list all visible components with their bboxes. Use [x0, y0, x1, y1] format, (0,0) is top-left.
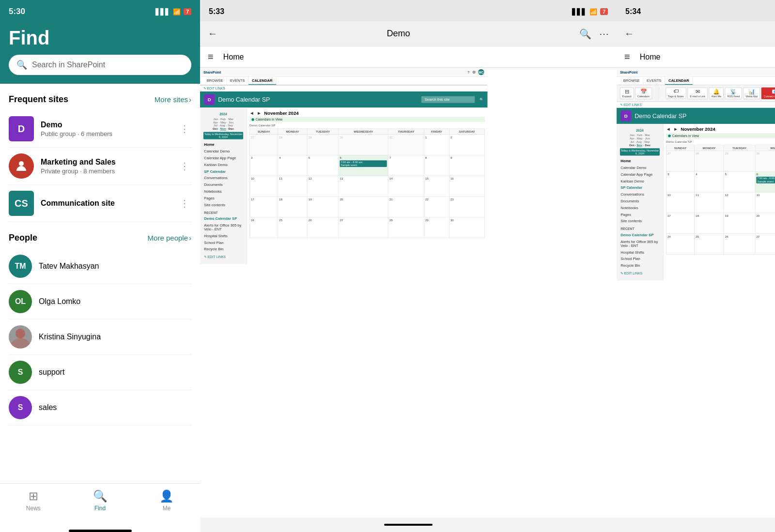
view-banner-item-2: Demo Calendar SP: [249, 123, 485, 129]
people-item-ks[interactable]: Kristina Sinyugina: [9, 319, 191, 355]
ribbon-btn-expand[interactable]: ⊟ Expand: [620, 87, 634, 99]
nav-icons-2: 🔍 ⋯: [579, 28, 609, 40]
calendar-event-3[interactable]: 7:00 am - 8:00 amSample event: [756, 177, 775, 183]
nav-item-find[interactable]: 🔍 Find: [67, 487, 134, 512]
nav-recent-recycle-3[interactable]: Recycle Bin: [617, 262, 663, 269]
nav-site-contents-3[interactable]: Site contents: [617, 218, 663, 225]
edit-links-nav-3[interactable]: ✎ EDIT LINKS: [617, 269, 663, 278]
cal-cell: 27: [249, 135, 278, 155]
nav-recent-school[interactable]: School Plan: [200, 239, 247, 246]
nav-recent-demo-cal[interactable]: Demo Calendar SP: [200, 215, 247, 222]
ribbon-toolbar-3: ⊟ Expand 📅 Calendars 🏷 Tags & Notes: [617, 85, 775, 102]
edit-links-nav[interactable]: ✎ EDIT LINKS: [200, 253, 247, 262]
ribbon-btn-rss[interactable]: 📡 RSS Feed: [725, 87, 742, 99]
nav-bar-3: ← Demo 🔍 ⋯: [617, 21, 775, 46]
sp-content-2: SharePoint ? ⚙ MC BROWSE EVENTS CALENDAR…: [200, 68, 617, 517]
tags-icon: 🏷: [673, 89, 679, 94]
calendar-table-2: SUNDAY MONDAY TUESDAY WEDNESDAY THURSDAY…: [249, 129, 485, 238]
status-time-1: 5:30: [9, 7, 25, 16]
people-item-ol[interactable]: OL Olga Lomko: [9, 284, 191, 319]
nav-conversations-2[interactable]: Conversations: [200, 175, 247, 182]
tab-events[interactable]: EVENTS: [227, 77, 248, 85]
nav-notebooks-3[interactable]: Notebooks: [617, 204, 663, 211]
nav-recent-alerts-3[interactable]: Alerts for Office 365 by Velo - ENT: [617, 238, 663, 249]
svg-point-0: [19, 161, 24, 166]
more-button-2[interactable]: ⋯: [599, 28, 609, 40]
more-sites-link[interactable]: More sites ›: [155, 95, 191, 104]
nav-calendar-demo-2[interactable]: Calendar Demo: [200, 148, 247, 155]
nav-calendar-demo-3[interactable]: Calendar Demo: [617, 164, 663, 171]
tab-calendar-3[interactable]: CALENDAR: [665, 77, 693, 85]
nav-recent-hospital[interactable]: Hospital Shifts: [200, 232, 247, 239]
more-icon-demo[interactable]: ⋮: [178, 121, 191, 137]
cal-cell-3: 12: [724, 192, 755, 213]
nav-pages-2[interactable]: Pages: [200, 195, 247, 201]
cal-next-2[interactable]: ►: [257, 110, 262, 116]
nav-documents-2[interactable]: Documents: [200, 182, 247, 188]
nav-sp-calendar-2[interactable]: SP Calendar: [200, 168, 247, 175]
tab-browse-3[interactable]: BROWSE: [620, 77, 643, 85]
avatar-ks-photo: [9, 325, 32, 349]
site-item-demo[interactable]: D Demo Public group · 6 members ⋮: [9, 110, 191, 148]
search-placeholder: Search in SharePoint: [32, 61, 105, 69]
nav-calendar-app-3[interactable]: Calendar App Page: [617, 171, 663, 178]
ribbon-btn-outlook[interactable]: 📧 Connect to Outlook: [761, 87, 775, 99]
hamburger-2[interactable]: ≡: [208, 51, 214, 62]
back-button-3[interactable]: ←: [624, 28, 634, 39]
nav-documents-3[interactable]: Documents: [617, 198, 663, 204]
nav-recent-alerts[interactable]: Alerts for Office 365 by Velo - ENT: [200, 222, 247, 232]
people-item-tm[interactable]: TM Tatev Makhasyan: [9, 249, 191, 284]
user-avatar-chrome: MC: [478, 69, 484, 75]
cal-prev-2[interactable]: ◄: [249, 110, 254, 116]
nav-home-3[interactable]: Home: [617, 158, 663, 165]
nav-conversations-3[interactable]: Conversations: [617, 191, 663, 198]
sp-search-2[interactable]: Search this site: [421, 96, 475, 103]
today-banner-mini: Today is Wednesday, November 6, 2024: [203, 132, 243, 139]
svg-point-1: [10, 338, 31, 349]
nav-item-news[interactable]: ⊞ News: [0, 487, 67, 512]
tab-calendar[interactable]: CALENDAR: [248, 77, 276, 85]
cal-toolbar-3: ◄ ► November 2024: [666, 126, 775, 132]
search-bar[interactable]: 🔍 Search in SharePoint: [9, 55, 191, 75]
edit-links-bar-2: ✎ EDIT LINKS: [200, 86, 487, 91]
tab-events-3[interactable]: EVENTS: [643, 77, 665, 85]
ribbon-btn-alert[interactable]: 🔔 Alert Me: [709, 87, 724, 99]
more-icon-cs[interactable]: ⋮: [178, 196, 191, 211]
back-button-2[interactable]: ←: [208, 28, 217, 39]
hamburger-3[interactable]: ≡: [624, 51, 630, 62]
site-item-cs[interactable]: CS Communication site ⋮: [9, 185, 191, 222]
nav-pages-3[interactable]: Pages: [617, 211, 663, 218]
cal-next-3[interactable]: ►: [673, 126, 678, 132]
calendar-event[interactable]: 7:00 am - 8:00 amSample event: [340, 160, 387, 167]
search-button-2[interactable]: 🔍: [579, 28, 591, 40]
site-item-ms[interactable]: Marketing and Sales Private group · 8 me…: [9, 148, 191, 185]
ribbon-btn-visio[interactable]: 📊 Vekta App: [744, 87, 760, 99]
cal-cell-3: 17: [666, 213, 694, 234]
nav-kanban-2[interactable]: Kanban Demo: [200, 161, 247, 168]
more-icon-ms[interactable]: ⋮: [178, 158, 191, 174]
nav-recent-demo-cal-3[interactable]: Demo Calendar SP: [617, 231, 663, 238]
ribbon-btn-email[interactable]: ✉ E-mail a Link: [687, 87, 708, 99]
ribbon-btn-tags[interactable]: 🏷 Tags & Notes: [666, 88, 686, 99]
site-avatar-demo: D: [9, 116, 34, 141]
view-banner-item-3: Demo Calendar SP: [666, 139, 775, 145]
nav-recent-recycle[interactable]: Recycle Bin: [200, 246, 247, 253]
nav-site-contents-2[interactable]: Site contents: [200, 201, 247, 208]
nav-recent-school-3[interactable]: School Plan: [617, 256, 663, 262]
nav-home-2[interactable]: Home: [200, 141, 247, 148]
nav-calendar-app-2[interactable]: Calendar App Page: [200, 154, 247, 161]
nav-notebooks-2[interactable]: Notebooks: [200, 188, 247, 195]
people-item-sales[interactable]: S sales: [9, 390, 191, 426]
ribbon-btn-calendars[interactable]: 📅 Calendars: [635, 87, 652, 99]
nav-item-me[interactable]: 👤 Me: [133, 487, 200, 512]
tab-browse[interactable]: BROWSE: [203, 77, 227, 85]
rss-icon: 📡: [730, 88, 737, 94]
nav-kanban-3[interactable]: Kanban Demo: [617, 178, 663, 184]
cal-cell: 22: [424, 197, 449, 217]
nav-recent-hospital-3[interactable]: Hospital Shifts: [617, 249, 663, 256]
people-item-support[interactable]: S support: [9, 355, 191, 390]
nav-sp-calendar-3[interactable]: SP Calendar: [617, 184, 663, 191]
tab-bar-2: ≡ Home: [200, 46, 617, 68]
cal-prev-3[interactable]: ◄: [666, 126, 671, 132]
more-people-link[interactable]: More people ›: [148, 234, 191, 242]
